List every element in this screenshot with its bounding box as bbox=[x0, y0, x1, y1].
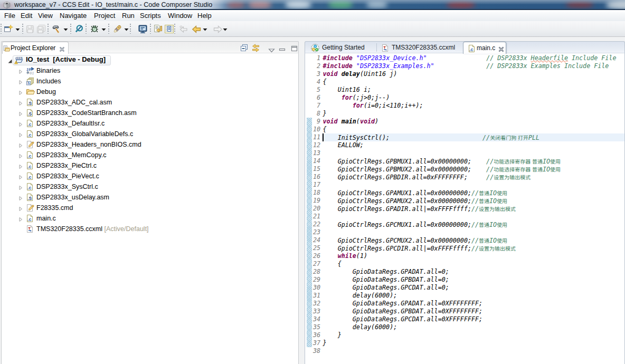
expander-collapsed-icon[interactable] bbox=[18, 100, 23, 108]
expander-collapsed-icon[interactable] bbox=[18, 132, 23, 139]
code-line-29[interactable]: 29 GpioDataRegs.GPBDAT.all=0; bbox=[305, 276, 624, 284]
view-menu-icon[interactable] bbox=[268, 45, 275, 55]
code-line-2[interactable]: 2#include "DSP2833x_Examples.h" // DSP28… bbox=[305, 62, 624, 70]
tree-item[interactable]: .cDSP2833x_DefaultIsr.c bbox=[2, 119, 298, 129]
close-icon[interactable] bbox=[498, 45, 504, 54]
build-hammer-icon[interactable] bbox=[51, 23, 62, 35]
code-line-25[interactable]: 25 GpioCtrlRegs.GPCDIR.all|=0xFFFFffff;/… bbox=[305, 244, 624, 252]
menu-edit[interactable]: Edit bbox=[21, 10, 32, 21]
tree-item[interactable]: .SDSP2833x_ADC_cal.asm bbox=[2, 98, 298, 108]
editor-tab-getting-started[interactable]: Getting Started bbox=[306, 42, 377, 53]
code-line-30[interactable]: 30 GpioDataRegs.GPCDAT.all=0; bbox=[305, 284, 624, 292]
code-line-26[interactable]: 26 while(1) bbox=[305, 252, 624, 260]
code-line-7[interactable]: 7 for(i=0;i<110;i++); bbox=[305, 102, 624, 110]
film-doc-icon[interactable] bbox=[163, 23, 175, 35]
code-line-5[interactable]: 5 Uint16 i; bbox=[305, 86, 624, 94]
code-line-4[interactable]: 4{ bbox=[305, 78, 624, 86]
menu-view[interactable]: View bbox=[38, 10, 53, 21]
minimize-view-icon[interactable] bbox=[279, 45, 286, 54]
tree-item[interactable]: .SDSP2833x_usDelay.asm bbox=[2, 193, 298, 203]
tree-item[interactable]: Debug bbox=[2, 87, 298, 98]
code-line-33[interactable]: 33 GpioDataRegs.GPBDAT.all=0XFFFFFFFF; bbox=[305, 308, 624, 315]
expander-collapsed-icon[interactable] bbox=[18, 121, 23, 129]
code-line-9[interactable]: 9void main(void) bbox=[305, 118, 624, 126]
forward-arrow-icon[interactable] bbox=[212, 23, 224, 35]
expander-collapsed-icon[interactable] bbox=[18, 79, 23, 87]
menu-navigate[interactable]: Navigate bbox=[60, 10, 87, 21]
code-line-18[interactable]: 18 GpioCtrlRegs.GPAMUX1.all=0x00000000;/… bbox=[305, 189, 624, 197]
flash-pen-icon[interactable] bbox=[111, 23, 123, 35]
tree-item[interactable]: .SDSP2833x_CodeStartBranch.asm bbox=[2, 108, 298, 119]
code-line-27[interactable]: 27 { bbox=[305, 260, 624, 268]
tree-item[interactable]: .cmain.c bbox=[2, 214, 298, 224]
close-icon[interactable] bbox=[59, 45, 65, 54]
tree-item[interactable]: .cDSP2833x_PieCtrl.c bbox=[2, 161, 298, 171]
code-line-34[interactable]: 34 GpioDataRegs.GPCDAT.all=0XFFFFFFFF; bbox=[305, 315, 624, 323]
build-hammer-icon-dropdown[interactable] bbox=[63, 28, 68, 31]
expander-collapsed-icon[interactable] bbox=[18, 216, 23, 224]
flash-pen-icon-dropdown[interactable] bbox=[124, 28, 129, 31]
editor-body[interactable]: 1#include "DSP2833x_Device.h" // DSP2833… bbox=[305, 53, 625, 364]
last-edit-location-icon[interactable] bbox=[177, 23, 189, 35]
tree-item[interactable]: 1001Binaries bbox=[2, 66, 298, 76]
tree-item[interactable]: .cDSP2833x_MemCopy.c bbox=[2, 150, 298, 161]
collapse-all-icon[interactable] bbox=[240, 44, 249, 54]
menu-file[interactable]: File bbox=[4, 10, 15, 21]
expander-collapsed-icon[interactable] bbox=[18, 90, 23, 97]
tree-item[interactable]: DSP2833x_Headers_nonBIOS.cmd bbox=[2, 140, 298, 150]
code-line-3[interactable]: 3void delay(Uint16 j) bbox=[305, 70, 624, 78]
code-line-16[interactable]: 16 GpioCtrlRegs.GPBDIR.all=0xFFFFFFFF; /… bbox=[305, 173, 624, 181]
tree-item[interactable]: hIncludes bbox=[2, 76, 298, 87]
tab-project-explorer[interactable]: Project Explorer bbox=[2, 42, 69, 54]
expander-collapsed-icon[interactable] bbox=[18, 174, 23, 181]
bug-icon[interactable] bbox=[89, 23, 100, 35]
editor-tab-main-c[interactable]: .cmain.c bbox=[463, 42, 506, 54]
code-line-10[interactable]: 10{ bbox=[305, 126, 624, 133]
code-line-14[interactable]: 14 GpioCtrlRegs.GPBMUX1.all=0x00000000; … bbox=[305, 157, 624, 165]
editor-tab-tms320f28335-ccxml[interactable]: TMS320F28335.ccxml bbox=[377, 42, 463, 53]
code-line-6[interactable]: 6 for(;j>0;j--) bbox=[305, 94, 624, 102]
code-line-31[interactable]: 31 delay(6000); bbox=[305, 292, 624, 300]
code-line-1[interactable]: 1#include "DSP2833x_Device.h" // DSP2833… bbox=[305, 54, 624, 62]
code-line-19[interactable]: 19 GpioCtrlRegs.GPAMUX2.all=0x00000000;/… bbox=[305, 197, 624, 205]
maximize-view-icon[interactable] bbox=[291, 44, 298, 54]
code-line-24[interactable]: 24 GpioCtrlRegs.GPCMUX2.all=0x00000000;/… bbox=[305, 236, 624, 244]
expander-collapsed-icon[interactable] bbox=[18, 142, 23, 150]
expander-collapsed-icon[interactable] bbox=[18, 111, 23, 118]
tree-item[interactable]: .cDSP2833x_GlobalVariableDefs.c bbox=[2, 129, 298, 140]
code-line-21[interactable]: 21 bbox=[305, 213, 624, 221]
code-line-36[interactable]: 36 } bbox=[305, 331, 624, 339]
save-all-icon[interactable] bbox=[35, 23, 47, 35]
code-line-35[interactable]: 35 delay(6000); bbox=[305, 323, 624, 331]
expander-collapsed-icon[interactable] bbox=[18, 153, 23, 160]
code-line-38[interactable]: 38 bbox=[305, 347, 624, 355]
expander-expanded-icon[interactable] bbox=[7, 58, 13, 65]
link-editor-icon[interactable] bbox=[251, 44, 260, 54]
expander-collapsed-icon[interactable] bbox=[18, 164, 23, 171]
save-icon[interactable] bbox=[24, 23, 36, 35]
expander-collapsed-icon[interactable] bbox=[18, 206, 23, 213]
debug-launch-icon[interactable] bbox=[73, 23, 85, 35]
new-wizard-icon[interactable] bbox=[3, 23, 14, 35]
tree-item[interactable]: TMS320F28335.ccxml [Active/Default] bbox=[2, 224, 298, 235]
code-line-8[interactable]: 8} bbox=[305, 110, 624, 118]
tree-item[interactable]: CCSIO_test [Active - Debug] bbox=[2, 55, 298, 66]
menu-help[interactable]: Help bbox=[197, 10, 212, 21]
code-line-32[interactable]: 32 GpioDataRegs.GPADAT.all=0XFFFFFFFF; bbox=[305, 300, 624, 308]
code-line-15[interactable]: 15 GpioCtrlRegs.GPBMUX2.all=0x00000000; … bbox=[305, 165, 624, 173]
code-line-12[interactable]: 12 EALLOW; bbox=[305, 141, 624, 149]
code-line-13[interactable]: 13 bbox=[305, 149, 624, 157]
code-line-20[interactable]: 20 GpioCtrlRegs.GPADIR.all|=0xFFFFffff;/… bbox=[305, 205, 624, 213]
back-arrow-icon[interactable] bbox=[191, 23, 202, 35]
code-line-22[interactable]: 22 GpioCtrlRegs.GPCMUX1.all=0x00000000;/… bbox=[305, 221, 624, 228]
menu-scripts[interactable]: Scripts bbox=[140, 10, 161, 21]
code-line-37[interactable]: 37} bbox=[305, 339, 624, 347]
expander-collapsed-icon[interactable] bbox=[18, 195, 23, 203]
doc-return-icon[interactable] bbox=[152, 23, 164, 35]
console-monitor-icon[interactable] bbox=[137, 23, 148, 35]
code-line-28[interactable]: 28 GpioDataRegs.GPADAT.all=0; bbox=[305, 268, 624, 276]
expander-collapsed-icon[interactable] bbox=[18, 69, 23, 76]
tree-item[interactable]: .cDSP2833x_SysCtrl.c bbox=[2, 182, 298, 193]
tree-item[interactable]: .cDSP2833x_PieVect.c bbox=[2, 171, 298, 182]
titlebar[interactable]: workspace_v7 - CCS Edit - IO_test/main.c… bbox=[0, 0, 625, 10]
